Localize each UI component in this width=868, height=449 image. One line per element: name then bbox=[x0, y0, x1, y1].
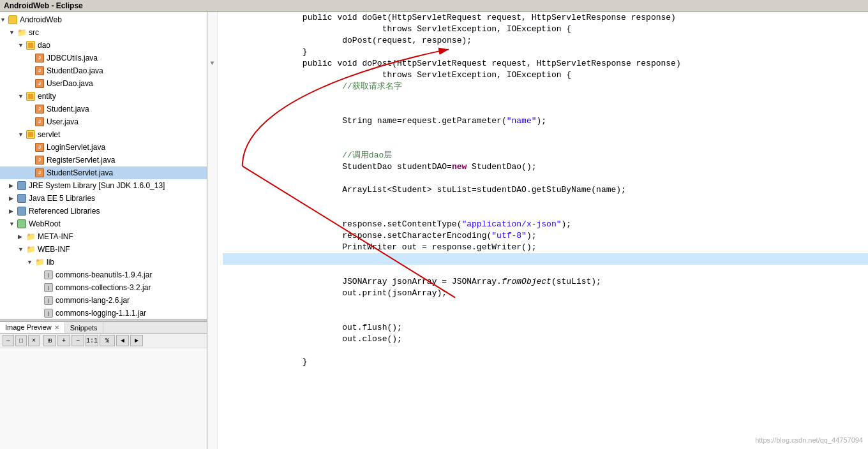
code-line-18: response.setContentType("application/x-j… bbox=[223, 219, 868, 230]
tree-item-jar1[interactable]: j commons-beanutils-1.9.4.jar bbox=[0, 269, 207, 281]
tree-item-jar2[interactable]: j commons-collections-3.2.jar bbox=[0, 281, 207, 294]
code-line-17 bbox=[223, 207, 868, 219]
tree-label-student: Student.java bbox=[47, 103, 89, 115]
fold-marker-25 bbox=[207, 299, 217, 311]
tree-item-androidweb[interactable]: ▼ AndroidWeb bbox=[0, 13, 207, 26]
tab-image-preview[interactable]: Image Preview ✕ bbox=[0, 322, 65, 333]
tree-item-user[interactable]: J User.java bbox=[0, 115, 207, 128]
code-line-20: PrintWriter out = response.getWriter(); bbox=[223, 242, 868, 253]
fold-marker-20 bbox=[207, 242, 217, 253]
code-line-11 bbox=[223, 138, 868, 150]
code-segment: ); bbox=[537, 115, 547, 127]
fold-marker-27 bbox=[207, 322, 217, 334]
code-segment: ); bbox=[527, 230, 537, 242]
panel-content bbox=[0, 348, 207, 449]
tree-label-entity: entity bbox=[38, 91, 56, 102]
fold-gutter: ▼ bbox=[207, 12, 218, 449]
zoom-in-button[interactable]: + bbox=[57, 335, 70, 346]
tree-label-jar2: commons-collections-3.2.jar bbox=[56, 282, 151, 293]
tree-item-servlet[interactable]: ▼ servlet bbox=[0, 128, 207, 141]
code-line-6: //获取请求名字 bbox=[223, 81, 868, 92]
code-segment: new bbox=[452, 161, 467, 173]
tree-item-student[interactable]: J Student.java bbox=[0, 103, 207, 115]
code-line-26 bbox=[223, 311, 868, 322]
code-line-9: String name=request.getParameter("name")… bbox=[223, 115, 868, 127]
tree-item-src[interactable]: ▼ 📁 src bbox=[0, 26, 207, 39]
fold-marker-24 bbox=[207, 288, 217, 299]
tree-item-userdao[interactable]: J UserDao.java bbox=[0, 77, 207, 90]
zoom-actual-button[interactable]: 1:1 bbox=[86, 335, 98, 346]
project-explorer[interactable]: ▼ AndroidWeb ▼ 📁 src ▼ dao J JDBCUtils.j… bbox=[0, 12, 207, 319]
tree-item-entity[interactable]: ▼ entity bbox=[0, 90, 207, 103]
code-segment: //调用dao层 bbox=[223, 150, 392, 161]
code-segment: out.close(); bbox=[223, 334, 402, 345]
code-segment: doPost(request, response); bbox=[223, 35, 472, 47]
code-line-27: out.flush(); bbox=[223, 322, 868, 334]
code-line-30: } bbox=[223, 357, 868, 368]
tree-label-servlet: servlet bbox=[38, 129, 60, 140]
close-button[interactable]: × bbox=[28, 335, 40, 346]
fold-marker-1 bbox=[207, 24, 217, 35]
tree-label-javaee: Java EE 5 Libraries bbox=[29, 193, 95, 204]
code-segment: ); bbox=[562, 219, 572, 230]
fold-marker-16 bbox=[207, 196, 217, 207]
fold-marker-11 bbox=[207, 138, 217, 150]
restore-button[interactable]: □ bbox=[15, 335, 27, 346]
tree-item-jar4[interactable]: j commons-logging-1.1.1.jar bbox=[0, 307, 207, 319]
code-line-25 bbox=[223, 299, 868, 311]
zoom-out-button[interactable]: − bbox=[71, 335, 84, 346]
code-line-4: public void doPost(HttpServletRequest re… bbox=[223, 58, 868, 70]
code-line-28: out.close(); bbox=[223, 334, 868, 345]
code-line-3: } bbox=[223, 47, 868, 58]
tree-item-dao[interactable]: ▼ dao bbox=[0, 39, 207, 52]
prev-button[interactable]: ◄ bbox=[116, 335, 129, 346]
minimize-button[interactable]: — bbox=[3, 335, 14, 346]
fold-marker-4[interactable]: ▼ bbox=[207, 58, 217, 70]
tree-label-webinf: WEB-INF bbox=[38, 244, 70, 255]
tree-item-webinf[interactable]: ▼ 📁 WEB-INF bbox=[0, 243, 207, 256]
fold-marker-7 bbox=[207, 92, 217, 104]
fold-marker-10 bbox=[207, 127, 217, 138]
fold-marker-12 bbox=[207, 150, 217, 161]
tree-item-jre[interactable]: ▶ JRE System Library [Sun JDK 1.6.0_13] bbox=[0, 179, 207, 192]
tree-label-metainf: META-INF bbox=[38, 231, 73, 242]
tab-snippets[interactable]: Snippets bbox=[65, 322, 103, 333]
tree-item-javaee[interactable]: ▶ Java EE 5 Libraries bbox=[0, 192, 207, 205]
fold-marker-17 bbox=[207, 207, 217, 219]
tree-label-jre: JRE System Library [Sun JDK 1.6.0_13] bbox=[29, 180, 165, 191]
tree-item-studentservlet[interactable]: J StudentServlet.java bbox=[0, 166, 207, 179]
code-segment: throws ServletException, IOException { bbox=[223, 24, 571, 35]
fold-marker-30 bbox=[207, 357, 217, 368]
tree-item-metainf[interactable]: ▶ 📁 META-INF bbox=[0, 230, 207, 243]
tree-item-lib[interactable]: ▼ 📁 lib bbox=[0, 256, 207, 269]
fold-marker-9 bbox=[207, 115, 217, 127]
tree-item-loginservlet[interactable]: J LoginServlet.java bbox=[0, 141, 207, 154]
tree-item-webroot[interactable]: ▼ WebRoot bbox=[0, 217, 207, 230]
fold-marker-29 bbox=[207, 345, 217, 357]
code-line-13: StudentDao studentDAO=new StudentDao(); bbox=[223, 161, 868, 173]
code-line-22 bbox=[223, 265, 868, 276]
tree-item-jar3[interactable]: j commons-lang-2.6.jar bbox=[0, 294, 207, 307]
tree-item-registerservlet[interactable]: J RegisterServlet.java bbox=[0, 154, 207, 166]
fold-marker-0 bbox=[207, 12, 217, 24]
tree-item-studentdao[interactable]: J StudentDao.java bbox=[0, 64, 207, 77]
next-button[interactable]: ► bbox=[130, 335, 143, 346]
tab-snippets-label: Snippets bbox=[70, 324, 98, 332]
tree-item-jdbcutils[interactable]: J JDBCUtils.java bbox=[0, 52, 207, 64]
code-line-15: ArrayList<Student> stuList=studentDAO.ge… bbox=[223, 184, 868, 196]
title-text: AndroidWeb - Eclipse bbox=[4, 1, 83, 10]
code-editor[interactable]: ▼ public void doGet(HttpServletRequest r… bbox=[207, 12, 868, 449]
fold-marker-13 bbox=[207, 161, 217, 173]
code-segment: } bbox=[223, 357, 308, 368]
tree-item-reflibs[interactable]: ▶ Referenced Libraries bbox=[0, 205, 207, 217]
tab-image-preview-close[interactable]: ✕ bbox=[54, 324, 59, 331]
code-line-19: response.setCharacterEncoding("utf-8"); bbox=[223, 230, 868, 242]
tree-label-jar1: commons-beanutils-1.9.4.jar bbox=[56, 269, 152, 281]
tree-label-loginservlet: LoginServlet.java bbox=[47, 142, 105, 153]
code-line-2: doPost(request, response); bbox=[223, 35, 868, 47]
zoom-percent-button[interactable]: % bbox=[100, 335, 115, 346]
code-segment: out.print(jsonArray); bbox=[223, 288, 447, 299]
fold-marker-14 bbox=[207, 173, 217, 184]
zoom-fit-button[interactable]: ⊞ bbox=[43, 335, 56, 346]
tree-label-studentdao: StudentDao.java bbox=[47, 65, 103, 77]
